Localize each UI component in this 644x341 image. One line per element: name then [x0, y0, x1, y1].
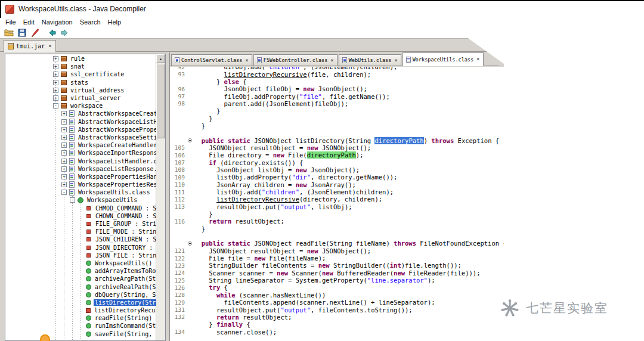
tree-item-workspaceutils[interactable]: WorkspaceUtils()	[5, 259, 156, 267]
tree-item-chown-command-string[interactable]: CHOWN_COMMAND : String	[5, 212, 156, 220]
open-file-icon[interactable]	[3, 27, 14, 38]
tree-item-label: AbstractWorkspaceCreateHandle	[77, 110, 156, 117]
expand-plus-icon[interactable]: +	[53, 80, 58, 85]
scroll-up-icon[interactable]: ▲	[156, 54, 165, 63]
class-icon	[69, 134, 75, 141]
tree-item-json-children-string[interactable]: JSON_CHILDREN : String	[5, 235, 156, 243]
expand-plus-icon[interactable]: +	[61, 135, 67, 140]
editor-tab-controlservlet-class[interactable]: ControlServlet.class×	[171, 54, 252, 66]
collapse-minus-icon[interactable]: -	[70, 197, 75, 203]
menu-item-navigation[interactable]: Navigation	[38, 18, 76, 26]
tree-item-listdirectory-string[interactable]: listDirectory(String)	[5, 299, 156, 306]
class-icon	[69, 181, 75, 188]
tree-item-archiverealpath-string[interactable]: archiveRealPath(String,	[5, 283, 156, 290]
tree-item-runimshcommand-string[interactable]: runImshCommand(String)	[5, 322, 156, 330]
close-tab-icon[interactable]: ×	[245, 58, 248, 63]
package-icon	[61, 88, 67, 93]
expand-plus-icon[interactable]: +	[61, 111, 67, 116]
collapse-minus-icon[interactable]: -	[61, 190, 67, 195]
menu-item-search[interactable]: Search	[76, 18, 104, 26]
tree-item-listdirectoryrecursive[interactable]: listDirectoryRecursive(	[5, 306, 156, 314]
jar-tab-tmui[interactable]: tmui.jar ×	[4, 40, 56, 52]
tree-item-readfile-string-json[interactable]: readFile(String) : JSON	[5, 314, 156, 322]
editor-tab-webutils-class[interactable]: WebUtils.class×	[339, 54, 401, 66]
field-icon	[86, 214, 91, 218]
expand-plus-icon[interactable]: +	[53, 88, 58, 93]
collapse-minus-icon[interactable]: -	[53, 103, 58, 108]
fold-collapse-icon[interactable]	[188, 241, 192, 246]
fold-collapse-icon[interactable]	[188, 138, 192, 142]
tree-item-workspace[interactable]: -workspace	[5, 102, 156, 110]
expand-plus-icon[interactable]: +	[61, 159, 67, 164]
tree-item-archiveargpath-string[interactable]: archiveArgPath(String,	[5, 275, 156, 283]
tree-item-savefile-string-string[interactable]: saveFile(String, String	[5, 330, 156, 338]
editor-tab-fswebcontroller-class[interactable]: FSWebController.class×	[253, 54, 338, 66]
close-jar-tab-icon[interactable]: ×	[48, 44, 51, 49]
code-editor[interactable]: 92 dirObj.add("children", (JsonElement)c…	[170, 67, 504, 341]
tree-item-virtual-server[interactable]: +virtual_server	[5, 94, 156, 102]
tree-item-json-directory-string[interactable]: JSON_DIRECTORY : String	[5, 244, 156, 252]
tree-item-workspaceimportresponse-class[interactable]: +WorkspaceImportResponse.class	[5, 149, 156, 157]
code-text: dirObj.add("children", (JsonElement)chil…	[194, 67, 397, 70]
expand-plus-icon[interactable]: +	[53, 95, 58, 101]
menu-item-help[interactable]: Help	[104, 18, 125, 26]
tree-item-file-group-string[interactable]: FILE_GROUP : String	[5, 220, 156, 228]
scrollbar-thumb[interactable]	[156, 64, 165, 138]
tree-item-workspaceutils[interactable]: -WorkspaceUtils	[5, 196, 156, 204]
tree-item-abstractworkspacecreatehandle[interactable]: +AbstractWorkspaceCreateHandle	[5, 110, 156, 117]
tree-item-chmod-command-string[interactable]: CHMOD_COMMAND : String	[5, 204, 156, 212]
tree-item-label: WorkspacePropertiesHandler.cl	[77, 173, 156, 180]
tree-item-stats[interactable]: +stats	[5, 79, 156, 86]
menu-item-edit[interactable]: Edit	[20, 18, 38, 26]
expand-plus-icon[interactable]: +	[61, 150, 67, 156]
expand-plus-icon[interactable]: +	[61, 174, 67, 179]
tree-item-workspacepropertieshandler-cl[interactable]: +WorkspacePropertiesHandler.cl	[5, 173, 156, 181]
expand-plus-icon[interactable]: +	[61, 127, 67, 132]
tree-scrollbar[interactable]: ▲	[156, 54, 165, 340]
close-tab-icon[interactable]: ×	[476, 57, 479, 62]
menu-item-file[interactable]: File	[2, 18, 20, 26]
app-icon	[5, 5, 14, 14]
close-tab-icon[interactable]: ×	[330, 58, 333, 63]
editor-tab-workspaceutils-class[interactable]: WorkspaceUtils.class×	[402, 52, 484, 66]
tree-item-workspacepropertiesresponse-c[interactable]: +WorkspacePropertiesResponse.c	[5, 181, 156, 188]
forward-icon[interactable]	[59, 27, 70, 38]
tree-item-ssl-certificate[interactable]: +ssl_certificate	[5, 70, 156, 78]
close-tab-icon[interactable]: ×	[394, 58, 397, 63]
line-number: 125	[170, 277, 187, 284]
tree-item-virtual-address[interactable]: +virtual_address	[5, 86, 156, 94]
paintbrush-icon[interactable]	[29, 27, 41, 38]
code-text: JsonArray children = new JsonArray();	[194, 181, 356, 188]
tree-item-rule[interactable]: +rule	[5, 55, 156, 63]
save-all-icon[interactable]	[16, 27, 27, 38]
back-icon[interactable]	[46, 27, 57, 38]
expand-plus-icon[interactable]: +	[53, 64, 58, 69]
code-text: } finally {	[194, 321, 250, 328]
method-link[interactable]: listDirectoryRecursive	[224, 71, 307, 78]
tree-item-abstractworkspacepropertiesha[interactable]: +AbstractWorkspacePropertiesHa	[5, 126, 156, 134]
code-text: String lineSeparator = System.getPropert…	[194, 277, 435, 284]
tree-item-abstractworkspacelisthandler[interactable]: +AbstractWorkspaceListHandler.	[5, 118, 156, 126]
tree-item-addarrayitemstorow-arra[interactable]: addArrayItemsToRow(Arra	[5, 267, 156, 275]
tree-item-abstractworkspacesettingshand[interactable]: +AbstractWorkspaceSettingsHand	[5, 134, 156, 141]
method-link[interactable]: listDirectoryRecursive	[216, 196, 299, 203]
tree-item-workspacelisthandler-class[interactable]: +WorkspaceListHandler.class	[5, 157, 156, 165]
code-line: 97 fileObj.addProperty("file", file.getN…	[170, 92, 504, 100]
expand-plus-icon[interactable]: +	[61, 166, 67, 172]
code-line: }	[170, 107, 504, 114]
expand-plus-icon[interactable]: +	[61, 182, 67, 187]
expand-plus-icon[interactable]: +	[53, 72, 58, 77]
method-private-icon	[86, 308, 91, 313]
tree-item-workspaceutils-class[interactable]: -WorkspaceUtils.class	[5, 188, 156, 196]
tree-item-file-mode-string[interactable]: FILE_MODE : String	[5, 228, 156, 235]
expand-plus-icon[interactable]: +	[53, 56, 58, 61]
tree-item-workspacelistresponse-class[interactable]: +WorkspaceListResponse.class	[5, 165, 156, 173]
tree-item-workspacecreatehandler-class[interactable]: +WorkspaceCreateHandler.class	[5, 141, 156, 149]
tree-item-json-file-string[interactable]: JSON_FILE : String	[5, 252, 156, 259]
tree-item-snat[interactable]: +snat	[5, 63, 156, 70]
expand-plus-icon[interactable]: +	[61, 119, 67, 125]
watermark-text: 七芒星实验室	[526, 300, 608, 317]
tree-item-label: runImshCommand(String)	[94, 323, 156, 329]
expand-plus-icon[interactable]: +	[61, 142, 67, 148]
tree-item-dbquery-string-string[interactable]: dbQuery(String, String	[5, 291, 156, 299]
